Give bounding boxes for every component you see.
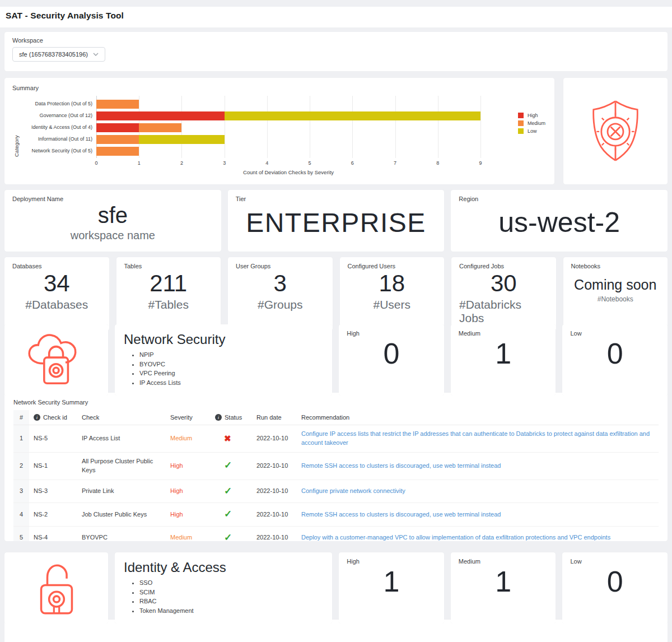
legend-label: Medium xyxy=(528,120,545,126)
info-icon: i xyxy=(34,414,40,421)
card-label: Medium xyxy=(459,558,480,565)
recommendation-link[interactable]: Remote SSH access to clusters is discour… xyxy=(301,511,501,518)
chart-category-label: Data Protection (Out of 5) xyxy=(25,98,96,110)
legend-swatch xyxy=(518,128,524,134)
column-header-label: Status xyxy=(225,414,242,421)
stat-card-configured-jobs: Configured Jobs30#Databricks Jobs xyxy=(451,257,556,331)
card-label: Region xyxy=(459,196,478,202)
severity-count: 1 xyxy=(384,566,400,598)
stat-subtitle: #Groups xyxy=(258,298,303,311)
summary-chart-card: Summary Category Data Protection (Out of… xyxy=(4,78,554,184)
identity-access-title: Identity & Access xyxy=(124,560,323,575)
identity-access-medium-card: Medium1 xyxy=(451,552,556,624)
stat-card-notebooks: NotebooksComing soon#Notebooks xyxy=(563,257,668,331)
stat-value: 211 xyxy=(150,270,187,297)
severity-count: 0 xyxy=(384,338,400,370)
check-id-cell: NS-2 xyxy=(29,506,77,524)
severity-cell: Medium xyxy=(166,529,211,541)
chart-x-tick: 6 xyxy=(351,160,354,166)
chart-bars xyxy=(96,98,480,157)
title-bar: SAT - Security Analysis Tool xyxy=(0,7,672,27)
row-number: 4 xyxy=(13,503,29,526)
chart-x-tick: 1 xyxy=(138,160,141,166)
cloud-lock-icon xyxy=(24,332,90,389)
column-header-label: Check xyxy=(82,414,99,421)
column-header-label: Recommendation xyxy=(301,414,349,421)
severity-count: 0 xyxy=(607,566,623,598)
chart-bar-segment-high xyxy=(96,111,225,120)
column-header-recommendation: Recommendation xyxy=(297,410,659,425)
chart-x-tick: 8 xyxy=(436,160,439,166)
card-label: Configured Jobs xyxy=(459,263,504,269)
cross-icon: ✖ xyxy=(224,434,231,443)
network-security-summary-table: #iCheck idCheckSeverityiStatusRun dateRe… xyxy=(13,410,659,541)
chart-bar-segment-low xyxy=(225,111,480,120)
deployment-info-row: Deployment Namesfeworkspace nameTierENTE… xyxy=(4,190,668,252)
shield-card xyxy=(563,78,668,184)
recommendation-link[interactable]: Configure IP access lists that restrict … xyxy=(301,430,650,446)
recommendation-cell: Remote SSH access to clusters is discour… xyxy=(297,457,659,475)
recommendation-link[interactable]: Configure private network connectivity xyxy=(301,487,405,494)
row-number: 1 xyxy=(13,425,29,452)
column-header-status: iStatus xyxy=(211,410,252,425)
workspace-card: Workspace sfe (1657683783405196) xyxy=(4,32,668,71)
status-cell: ✓ xyxy=(211,480,252,503)
card-label: Deployment Name xyxy=(12,196,63,202)
chart-bar-segment-medium xyxy=(96,100,139,109)
recommendation-cell: Configure private network connectivity xyxy=(297,482,659,500)
column-header-severity: Severity xyxy=(166,410,211,425)
identity-access-low-card: Low0 xyxy=(562,552,668,624)
card-label: High xyxy=(347,330,360,337)
stat-subtitle: #Notebooks xyxy=(598,295,633,303)
check-id-cell: NS-1 xyxy=(29,457,77,475)
stat-value: 30 xyxy=(491,270,517,297)
chart-x-tick: 3 xyxy=(223,160,226,166)
info-card-region: Regionus-west-2 xyxy=(451,190,668,252)
recommendation-cell: Remote SSH access to clusters is discour… xyxy=(297,506,659,524)
table-row: 1NS-5IP Access ListMedium✖2022-10-10Conf… xyxy=(13,425,659,453)
severity-bar-chart: Category Data Protection (Out of 5)Gover… xyxy=(12,98,547,175)
cloud-lock-card xyxy=(4,324,108,396)
chart-x-tick: 0 xyxy=(95,160,97,166)
chart-bar-row xyxy=(96,110,480,122)
chart-bar-row xyxy=(96,122,480,133)
legend-item-high[interactable]: High xyxy=(518,113,545,118)
recommendation-link[interactable]: Remote SSH access to clusters is discour… xyxy=(301,462,501,469)
chart-bar-segment-medium xyxy=(96,147,139,156)
table-header-row: #iCheck idCheckSeverityiStatusRun dateRe… xyxy=(13,410,659,425)
table-row: 3NS-3Private LinkHigh✓2022-10-10Configur… xyxy=(13,480,659,504)
stat-card-tables: Tables211#Tables xyxy=(116,257,221,331)
recommendation-link[interactable]: Deploy with a customer-managed VPC to al… xyxy=(301,534,610,541)
stats-row: Databases34#DatabasesTables211#TablesUse… xyxy=(4,257,668,321)
legend-item-medium[interactable]: Medium xyxy=(518,120,545,126)
network-security-summary-title: Network Security Summary xyxy=(13,399,659,406)
card-label: Databases xyxy=(12,263,42,269)
status-cell: ✓ xyxy=(211,527,252,541)
check-icon: ✓ xyxy=(224,460,232,471)
legend-item-low[interactable]: Low xyxy=(518,128,545,134)
workspace-dropdown[interactable]: sfe (1657683783405196) xyxy=(12,47,105,62)
workspace-dropdown-value: sfe (1657683783405196) xyxy=(19,51,88,58)
check-cell: IP Access List xyxy=(77,430,166,448)
check-cell: Job Cluster Public Keys xyxy=(77,506,166,524)
stat-card-user-groups: User Groups3#Groups xyxy=(228,257,333,331)
network-security-low-card: Low0 xyxy=(562,324,668,396)
card-label: Low xyxy=(570,330,581,337)
check-cell: All Purpose Cluster Public Keys xyxy=(77,453,166,480)
legend-swatch xyxy=(518,120,524,126)
chart-legend: HighMediumLow xyxy=(518,113,545,134)
chart-bar-segment-medium xyxy=(139,123,181,132)
check-icon: ✓ xyxy=(224,486,232,496)
row-number: 2 xyxy=(13,453,29,480)
legend-label: Low xyxy=(528,128,537,134)
network-security-high-card: High0 xyxy=(339,324,444,396)
run-date-cell: 2022-10-10 xyxy=(252,529,297,541)
page-title: SAT - Security Analysis Tool xyxy=(6,11,666,21)
chart-x-tick: 4 xyxy=(265,160,268,166)
column-header-num: # xyxy=(13,410,29,425)
card-label: High xyxy=(347,558,360,565)
network-security-list: NPIPBYOVPCVPC PeeringIP Access Lists xyxy=(139,351,323,386)
workspace-label: Workspace xyxy=(12,37,660,44)
row-number: 3 xyxy=(13,480,29,503)
row-number: 5 xyxy=(13,527,29,541)
